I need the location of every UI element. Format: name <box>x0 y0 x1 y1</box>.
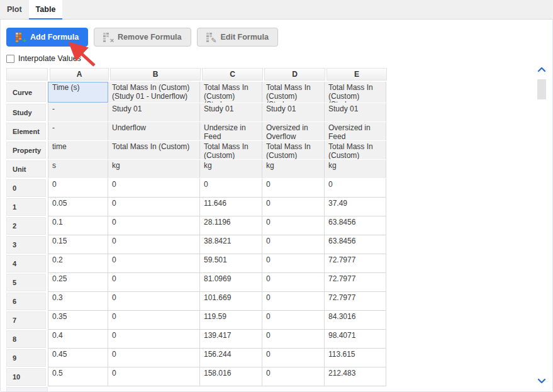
tab-plot[interactable]: Plot <box>0 0 29 19</box>
table-cell[interactable]: Total Mass In (Custom) <box>108 141 200 159</box>
table-cell[interactable]: 139.417 <box>200 330 262 349</box>
table-cell[interactable]: 0 <box>108 292 200 311</box>
table-cell[interactable]: 0 <box>48 179 108 198</box>
table-cell[interactable]: 0 <box>108 179 200 198</box>
table-cell[interactable]: 0.45 <box>48 349 108 367</box>
row-label-5[interactable]: 5 <box>6 274 46 291</box>
column-header-E[interactable]: E <box>327 68 387 81</box>
row-label-Property[interactable]: Property <box>6 142 46 159</box>
row-label-7[interactable]: 7 <box>6 311 46 329</box>
scroll-up-icon[interactable] <box>536 67 547 76</box>
table-cell[interactable]: 0.4 <box>48 330 108 349</box>
table-cell[interactable]: 0.1 <box>48 216 108 235</box>
table-cell[interactable]: 0 <box>108 367 200 386</box>
row-label-4[interactable]: 4 <box>6 255 46 272</box>
table-cell[interactable]: Total Mass In (Custom) (Study ... <box>200 82 262 103</box>
table-cell[interactable]: 37.49 <box>325 198 386 216</box>
table-cell[interactable]: Total Mass In (Custom) <box>262 141 325 159</box>
table-cell[interactable]: 0 <box>262 349 325 367</box>
table-cell[interactable]: kg <box>200 160 262 178</box>
scroll-down-icon[interactable] <box>536 378 547 386</box>
table-cell[interactable]: - <box>48 122 108 140</box>
table-cell[interactable]: 0 <box>262 179 325 198</box>
table-cell[interactable]: 113.615 <box>325 349 386 367</box>
table-cell[interactable]: 0.25 <box>48 273 108 292</box>
table-cell[interactable]: 0 <box>262 330 325 349</box>
table-cell[interactable]: 158.016 <box>200 367 262 386</box>
row-label-Study[interactable]: Study <box>6 104 46 121</box>
table-cell[interactable]: 0 <box>108 330 200 349</box>
table-cell[interactable]: Study 01 <box>108 103 200 121</box>
table-cell[interactable]: 0 <box>108 254 200 273</box>
table-cell[interactable]: 0 <box>262 367 325 386</box>
table-cell[interactable]: 81.0969 <box>200 273 262 292</box>
table-cell[interactable]: kg <box>325 160 386 178</box>
table-cell[interactable]: kg <box>262 160 325 178</box>
table-cell[interactable]: 28.1196 <box>200 216 262 235</box>
table-cell[interactable]: 156.244 <box>200 349 262 367</box>
row-label-0[interactable]: 0 <box>6 179 46 197</box>
table-cell[interactable]: 72.7977 <box>325 273 386 292</box>
table-cell[interactable]: 0 <box>262 273 325 292</box>
column-header-D[interactable]: D <box>264 68 325 81</box>
table-cell[interactable]: Time (s) <box>48 82 108 103</box>
table-cell[interactable]: 0.2 <box>48 254 108 273</box>
row-label-1[interactable]: 1 <box>6 198 46 216</box>
table-cell[interactable]: 0.35 <box>48 311 108 330</box>
table-cell[interactable]: Oversized in Overflow <box>262 122 325 140</box>
column-header-C[interactable]: C <box>202 68 263 81</box>
table-cell[interactable]: 212.483 <box>325 367 386 386</box>
table-cell[interactable]: 0 <box>108 311 200 330</box>
row-label-Unit[interactable]: Unit <box>6 160 46 177</box>
table-cell[interactable]: 63.8456 <box>325 216 386 235</box>
table-cell[interactable]: 98.4071 <box>325 330 386 349</box>
table-cell[interactable]: 0 <box>262 235 325 254</box>
table-cell[interactable]: 72.7977 <box>325 292 386 311</box>
table-cell[interactable]: Underflow <box>108 122 200 140</box>
table-cell[interactable]: 11.646 <box>200 198 262 216</box>
table-cell[interactable]: Total Mass In (Custom) (Study ... <box>262 82 325 103</box>
table-cell[interactable]: 0 <box>262 311 325 330</box>
table-cell[interactable]: 0 <box>262 292 325 311</box>
table-cell[interactable]: Study 01 <box>325 103 386 121</box>
row-label-9[interactable]: 9 <box>6 349 46 367</box>
table-cell[interactable]: 119.59 <box>200 311 262 330</box>
row-label-Curve[interactable]: Curve <box>6 82 46 102</box>
table-cell[interactable]: 0 <box>108 216 200 235</box>
table-cell[interactable]: 0 <box>262 198 325 216</box>
row-label-8[interactable]: 8 <box>6 330 46 348</box>
table-cell[interactable]: 38.8421 <box>200 235 262 254</box>
table-cell[interactable]: - <box>48 103 108 121</box>
table-cell[interactable]: 72.7977 <box>325 254 386 273</box>
interpolate-checkbox[interactable] <box>6 55 14 63</box>
table-cell[interactable]: Total Mass In (Custom) <box>200 141 262 159</box>
table-cell[interactable]: Study 01 <box>262 103 325 121</box>
table-cell[interactable]: 0.05 <box>48 198 108 216</box>
table-cell[interactable]: 0.15 <box>48 235 108 254</box>
edit-formula-button[interactable]: ✎ Edit Formula <box>197 28 278 47</box>
table-cell[interactable]: 101.669 <box>200 292 262 311</box>
row-label-10[interactable]: 10 <box>6 368 46 386</box>
column-header-A[interactable]: A <box>50 68 109 81</box>
scrollbar-thumb[interactable] <box>537 79 546 99</box>
table-cell[interactable]: Total Mass In (Custom) (Study ... <box>325 82 386 103</box>
table-cell[interactable]: Study 01 <box>200 103 262 121</box>
table-cell[interactable]: 59.501 <box>200 254 262 273</box>
table-cell[interactable]: Oversized in Feed <box>325 122 386 140</box>
table-cell[interactable]: 0 <box>108 198 200 216</box>
table-cell[interactable]: kg <box>108 160 200 178</box>
table-cell[interactable]: 84.3016 <box>325 311 386 330</box>
row-label-3[interactable]: 3 <box>6 236 46 254</box>
table-cell[interactable]: Undersize in Feed <box>200 122 262 140</box>
table-cell[interactable]: 63.8456 <box>325 235 386 254</box>
table-cell[interactable]: 0 <box>108 235 200 254</box>
remove-formula-button[interactable]: × Remove Formula <box>94 28 191 47</box>
table-cell[interactable]: 0 <box>325 179 386 198</box>
row-label-Element[interactable]: Element <box>6 123 46 140</box>
row-label-6[interactable]: 6 <box>6 293 46 310</box>
row-label-2[interactable]: 2 <box>6 217 46 235</box>
table-cell[interactable]: s <box>48 160 108 178</box>
table-cell[interactable]: 0.5 <box>48 367 108 386</box>
table-cell[interactable]: 0 <box>200 179 262 198</box>
table-cell[interactable]: 0 <box>108 273 200 292</box>
